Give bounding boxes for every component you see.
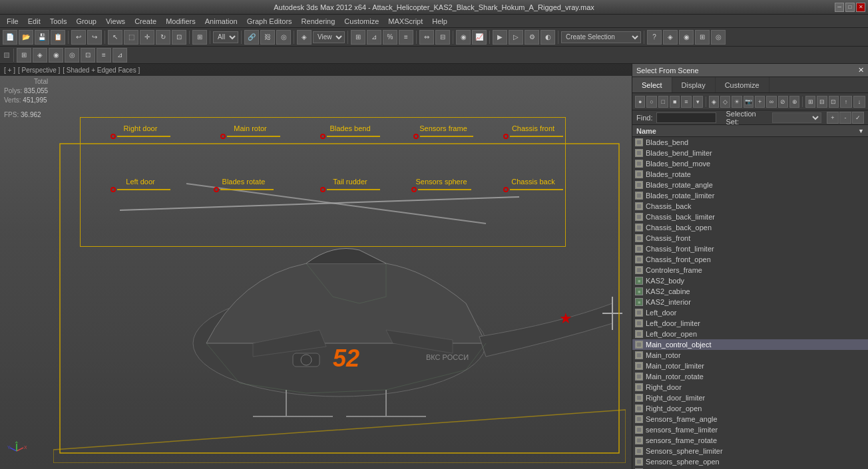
list-item[interactable]: Right_door_open (632, 403, 868, 414)
control-blades-bend[interactable]: Blades bend (320, 124, 380, 139)
minimize-button[interactable]: ─ (835, 3, 844, 12)
tb2-key1[interactable]: ⊞ (17, 48, 31, 63)
tb-percent-snap[interactable]: % (383, 30, 397, 45)
list-item[interactable]: Sensors_frame_angle (632, 414, 868, 424)
menu-create[interactable]: Create (130, 17, 160, 26)
sfs-tb-geom[interactable]: ◈ (709, 96, 719, 108)
tb-mirror[interactable]: ⇔ (419, 30, 434, 45)
list-item[interactable]: Blades_bend (632, 137, 868, 148)
list-item[interactable]: Main_control_object (632, 339, 868, 350)
menu-animation[interactable]: Animation (201, 17, 242, 26)
list-item[interactable]: Sensors_sphere_limiter (632, 446, 868, 456)
sfs-tb-filter[interactable]: ▾ (693, 96, 703, 108)
tb-rotate[interactable]: ↻ (156, 30, 170, 45)
tb-view-select[interactable]: View (313, 31, 345, 43)
list-item[interactable]: Chassis_back_open (632, 222, 868, 233)
control-sensors-frame[interactable]: Sensors frame (413, 124, 473, 139)
sfs-tb-sort2[interactable]: ↓ (853, 96, 865, 108)
tb2-key2[interactable]: ◈ (33, 48, 47, 63)
tb2-mode[interactable] (4, 53, 9, 58)
tb-snap[interactable]: ⊞ (351, 30, 365, 45)
tb-help[interactable]: ? (647, 30, 662, 45)
tb-scale[interactable]: ⊡ (172, 30, 186, 45)
menu-tools[interactable]: Tools (46, 17, 71, 26)
list-item[interactable]: Blades_bend_move (632, 158, 868, 169)
list-item[interactable]: Controlers_frame (632, 265, 868, 275)
list-item[interactable]: Blades_rotate_angle (632, 180, 868, 190)
list-item[interactable]: Left_door (632, 307, 868, 318)
sfs-tb-box2[interactable]: ■ (670, 96, 680, 108)
sfs-tb-none[interactable]: ⊟ (817, 96, 827, 108)
tb-render-frame[interactable]: ▷ (509, 30, 523, 45)
list-item[interactable]: Chassis_front_open (632, 254, 868, 265)
menu-maxscript[interactable]: MAXScript (384, 17, 427, 26)
sfs-tb-shape[interactable]: ◇ (720, 96, 730, 108)
sfs-tb-all[interactable]: ≡ (681, 96, 691, 108)
list-item[interactable]: Blades_rotate (632, 169, 868, 180)
tb-spinner-snap[interactable]: ≡ (399, 30, 413, 45)
tb-new[interactable]: 📄 (3, 30, 17, 45)
sfs-tb-circle[interactable]: ● (635, 96, 645, 108)
control-left-door[interactable]: Left door (110, 178, 170, 192)
tb-redo[interactable]: ↪ (87, 30, 102, 45)
list-item[interactable]: Chassis_back_limiter (632, 212, 868, 222)
sfs-tb-circle2[interactable]: ○ (646, 96, 656, 108)
list-item[interactable]: sensors_frame_rotate (632, 435, 868, 446)
tb-all-select[interactable]: All (213, 31, 238, 43)
control-blades-rotate[interactable]: Blades rotate (214, 178, 274, 192)
control-chassis-back[interactable]: Chassis back (503, 178, 563, 192)
list-item[interactable]: Chassis_back (632, 201, 868, 212)
menu-edit[interactable]: Edit (24, 17, 45, 26)
selset-dropdown[interactable] (772, 112, 821, 123)
menu-rendering[interactable]: Rendering (298, 17, 339, 26)
control-right-door[interactable]: Right door (110, 124, 170, 139)
tb-save-as[interactable]: 📋 (51, 30, 65, 45)
list-item[interactable]: ■KAS2_interior (632, 297, 868, 307)
tb-undo[interactable]: ↩ (71, 30, 86, 45)
tb2-key7[interactable]: ⊿ (112, 48, 127, 63)
tb-select[interactable]: ↖ (108, 30, 122, 45)
tab-select[interactable]: Select (632, 77, 672, 92)
list-item[interactable]: Sensors_sphere_open (632, 456, 868, 467)
find-input[interactable] (656, 112, 716, 123)
tb2-key5[interactable]: ⊡ (81, 48, 95, 63)
sfs-tb-helper[interactable]: + (755, 96, 765, 108)
menu-views[interactable]: Views (102, 17, 129, 26)
list-item[interactable]: Main_rotor (632, 350, 868, 361)
close-button[interactable]: ✕ (856, 3, 865, 12)
list-item[interactable]: Main_rotor_rotate (632, 371, 868, 382)
tab-customize[interactable]: Customize (716, 77, 769, 92)
tb2-key6[interactable]: ≡ (97, 48, 111, 63)
sfs-tb-sort1[interactable]: ↑ (840, 96, 852, 108)
tb-render-activeshade[interactable]: ◐ (541, 30, 555, 45)
tab-display[interactable]: Display (672, 77, 716, 92)
list-item[interactable]: Right_door_limiter (632, 392, 868, 403)
tb-extra3[interactable]: ⊞ (695, 30, 710, 45)
tb-move[interactable]: ✛ (140, 30, 154, 45)
sfs-tb-space[interactable]: ∞ (766, 96, 776, 108)
sfs-tb-cam[interactable]: 📷 (744, 96, 754, 108)
sfs-tb-particle[interactable]: ⊕ (789, 96, 799, 108)
tb2-key3[interactable]: ◉ (49, 48, 63, 63)
tb-angle-snap[interactable]: ⊿ (367, 30, 381, 45)
menu-graph-editors[interactable]: Graph Editors (243, 17, 296, 26)
menu-file[interactable]: File (3, 17, 23, 26)
tb-bind[interactable]: ◎ (276, 30, 291, 45)
tb-extra1[interactable]: ◈ (663, 30, 678, 45)
tb-render[interactable]: ▶ (493, 30, 507, 45)
list-item[interactable]: Blades_rotate_limiter (632, 190, 868, 201)
sfs-tb-box[interactable]: □ (658, 96, 668, 108)
list-item[interactable]: Blades_bend_limiter (632, 148, 868, 158)
control-tail-rudder[interactable]: Tail rudder (320, 178, 380, 192)
menu-modifiers[interactable]: Modifiers (162, 17, 200, 26)
tb-render-settings[interactable]: ⚙ (525, 30, 539, 45)
sfs-tb-bone[interactable]: ⊘ (778, 96, 788, 108)
tb-save[interactable]: 💾 (35, 30, 49, 45)
control-sensors-sphere[interactable]: Sensors sphere (411, 178, 471, 192)
tb-view-mode[interactable]: ◈ (297, 30, 312, 45)
sfs-tb-invert[interactable]: ⊡ (829, 96, 839, 108)
tb-align[interactable]: ⊟ (435, 30, 450, 45)
list-item[interactable]: Chassis_front_limiter (632, 243, 868, 254)
tb-unlink[interactable]: ⛓ (260, 30, 275, 45)
list-item[interactable]: Main_rotor_limiter (632, 361, 868, 371)
